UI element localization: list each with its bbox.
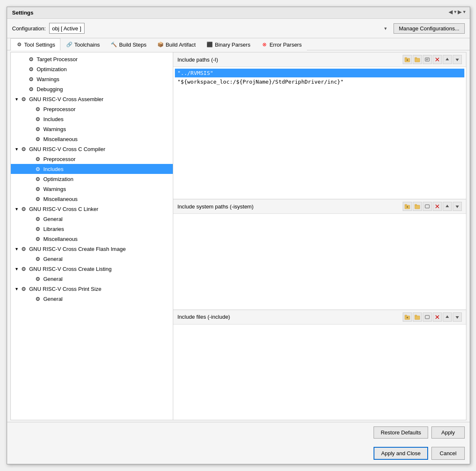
c-preprocessor-icon: ⚙: [34, 155, 42, 163]
tree-item-gnu-riscv-assembler[interactable]: ▼ ⚙ GNU RISC-V Cross Assembler: [11, 94, 173, 104]
gnu-riscv-c-linker-icon: ⚙: [20, 205, 27, 213]
files-delete-btn[interactable]: [433, 312, 442, 322]
tree-item-c-warnings[interactable]: ⚙ Warnings: [11, 184, 173, 194]
system-up-icon: [444, 203, 450, 209]
system-paths-workspace-btn[interactable]: [413, 202, 422, 211]
path-item-stdperiph[interactable]: "${workspace_loc:/${ProjName}/StdPeriphD…: [175, 77, 464, 86]
svg-marker-10: [446, 58, 449, 60]
system-workspace-icon: [414, 203, 420, 209]
build-steps-icon: 🔨: [111, 41, 117, 48]
linker-general-icon: ⚙: [34, 215, 42, 223]
workspace-icon: [414, 57, 420, 62]
tree-item-asm-warnings[interactable]: ⚙ Warnings: [11, 124, 173, 134]
listing-general-icon: ⚙: [34, 275, 42, 283]
target-processor-icon: ⚙: [27, 55, 35, 63]
gnu-riscv-listing-icon: ⚙: [20, 265, 27, 273]
include-paths-down-btn[interactable]: [453, 55, 462, 64]
tree-item-asm-misc[interactable]: ⚙ Miscellaneous: [11, 134, 173, 144]
tree-item-debugging[interactable]: ⚙ Debugging: [11, 84, 173, 94]
svg-rect-27: [425, 315, 429, 319]
tree-item-asm-preprocessor[interactable]: ⚙ Preprocessor: [11, 104, 173, 114]
tabs-bar: ⚙ Tool Settings 🔗 Toolchains 🔨 Build Ste…: [7, 38, 470, 50]
nav-arrows: ◀ ▼ ▶ ▼: [449, 9, 466, 15]
tab-toolchains[interactable]: 🔗 Toolchains: [60, 38, 105, 50]
tree-item-optimization[interactable]: ⚙ Optimization: [11, 64, 173, 74]
include-paths-section: Include paths (-I) +: [173, 52, 466, 199]
main-content: ⚙ Target Processor ⚙ Optimization ⚙ Warn…: [10, 52, 466, 420]
final-buttons: Apply and Close Cancel: [7, 443, 470, 464]
tree-item-warnings[interactable]: ⚙ Warnings: [11, 74, 173, 84]
apply-button[interactable]: Apply: [431, 426, 465, 439]
config-row: Configuration: obj [ Active ] Manage Con…: [7, 19, 470, 38]
tab-error-parsers[interactable]: ⊗ Error Parsers: [256, 38, 307, 50]
dialog-title: Settings: [7, 7, 470, 19]
tree-item-c-includes[interactable]: ⚙ Includes: [11, 164, 173, 174]
system-edit-icon: [424, 203, 430, 209]
svg-rect-17: [425, 205, 429, 208]
apply-and-close-button[interactable]: Apply and Close: [374, 447, 428, 460]
tree-item-target-processor[interactable]: ⚙ Target Processor: [11, 54, 173, 64]
tree-item-c-preprocessor[interactable]: ⚙ Preprocessor: [11, 154, 173, 164]
asm-preprocessor-icon: ⚙: [34, 105, 42, 113]
delete-icon: [434, 57, 440, 62]
include-files-title: Include files (-include): [177, 314, 230, 320]
tree-item-flash-general[interactable]: ⚙ General: [11, 254, 173, 264]
linker-misc-icon: ⚙: [34, 235, 42, 243]
tree-item-listing-general[interactable]: ⚙ General: [11, 274, 173, 284]
svg-rect-4: [415, 57, 417, 59]
files-edit-icon: [424, 314, 430, 320]
c-optimization-icon: ⚙: [34, 175, 42, 183]
files-edit-btn[interactable]: [423, 312, 432, 322]
path-item-rvmsis[interactable]: "../RVMSIS": [175, 69, 464, 77]
tab-build-artifact[interactable]: 📦 Build Artifact: [152, 38, 201, 50]
config-select[interactable]: obj [ Active ]: [49, 23, 85, 34]
system-paths-add-btn[interactable]: +: [403, 202, 412, 211]
include-paths-add-btn[interactable]: +: [403, 55, 412, 64]
restore-defaults-button[interactable]: Restore Defaults: [374, 426, 428, 439]
system-down-icon: [454, 203, 460, 209]
tree-item-gnu-riscv-flash[interactable]: ▼ ⚙ GNU RISC-V Cross Create Flash Image: [11, 244, 173, 254]
add-folder-icon: +: [404, 57, 410, 62]
manage-configurations-button[interactable]: Manage Configurations...: [394, 23, 465, 34]
tree-item-asm-includes[interactable]: ⚙ Includes: [11, 114, 173, 124]
system-paths-down-btn[interactable]: [453, 202, 462, 211]
tree-item-print-general[interactable]: ⚙ General: [11, 294, 173, 304]
system-delete-icon: [434, 203, 440, 209]
include-paths-workspace-btn[interactable]: [413, 55, 422, 64]
tree-item-c-misc[interactable]: ⚙ Miscellaneous: [11, 194, 173, 204]
tree-item-linker-libraries[interactable]: ⚙ Libraries: [11, 224, 173, 234]
tree-item-gnu-riscv-c-compiler[interactable]: ▼ ⚙ GNU RISC-V Cross C Compiler: [11, 144, 173, 154]
include-paths-delete-btn[interactable]: [433, 55, 442, 64]
tree-item-linker-general[interactable]: ⚙ General: [11, 214, 173, 224]
system-paths-edit-btn[interactable]: [423, 202, 432, 211]
files-down-btn[interactable]: [453, 312, 462, 322]
cancel-button[interactable]: Cancel: [431, 447, 465, 460]
svg-rect-3: [415, 58, 420, 62]
include-paths-edit-btn[interactable]: [423, 55, 432, 64]
print-general-icon: ⚙: [34, 295, 42, 302]
files-workspace-btn[interactable]: [413, 312, 422, 322]
files-up-btn[interactable]: [443, 312, 452, 322]
tree-item-linker-misc[interactable]: ⚙ Miscellaneous: [11, 234, 173, 244]
tool-settings-icon: ⚙: [16, 41, 22, 48]
tree-item-gnu-riscv-listing[interactable]: ▼ ⚙ GNU RISC-V Cross Create Listing: [11, 264, 173, 274]
tree-item-gnu-riscv-c-linker[interactable]: ▼ ⚙ GNU RISC-V Cross C Linker: [11, 204, 173, 214]
tree-item-gnu-riscv-print-size[interactable]: ▼ ⚙ GNU RISC-V Cross Print Size: [11, 284, 173, 294]
toolchains-icon: 🔗: [66, 41, 72, 48]
system-paths-delete-btn[interactable]: [433, 202, 442, 211]
include-paths-up-btn[interactable]: [443, 55, 452, 64]
config-select-wrapper: obj [ Active ]: [49, 23, 390, 34]
asm-misc-icon: ⚙: [34, 135, 42, 143]
tab-build-steps[interactable]: 🔨 Build Steps: [105, 38, 152, 50]
c-includes-icon: ⚙: [34, 165, 42, 173]
svg-text:+: +: [406, 205, 409, 209]
svg-rect-16: [415, 204, 417, 206]
include-paths-header: Include paths (-I) +: [173, 52, 466, 67]
tree-item-c-optimization[interactable]: ⚙ Optimization: [11, 174, 173, 184]
include-files-section: Include files (-include) +: [173, 310, 466, 420]
tab-binary-parsers[interactable]: ⬛ Binary Parsers: [201, 38, 256, 50]
files-add-btn[interactable]: +: [403, 312, 412, 322]
down-arrow-icon: [454, 57, 460, 62]
tab-tool-settings[interactable]: ⚙ Tool Settings: [10, 38, 60, 50]
system-paths-up-btn[interactable]: [443, 202, 452, 211]
